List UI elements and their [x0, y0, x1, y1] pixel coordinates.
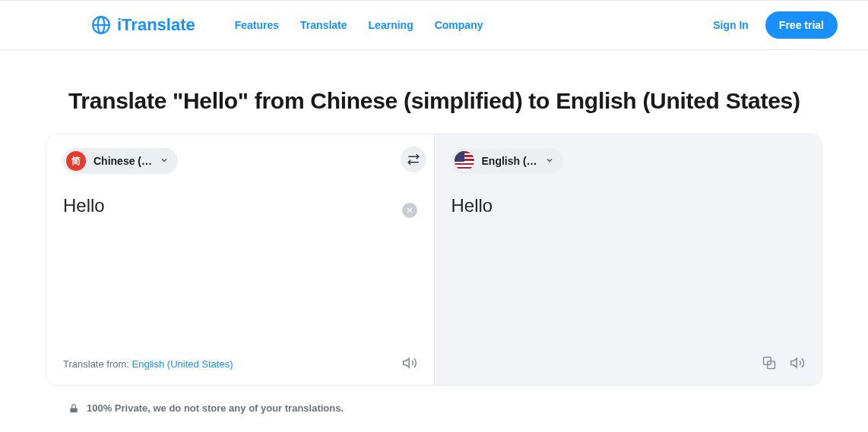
free-trial-button[interactable]: Free trial [765, 11, 838, 39]
privacy-notice: 100% Private, we do not store any of you… [68, 402, 822, 414]
target-flag-icon [455, 151, 474, 171]
target-footer [451, 355, 806, 373]
source-text-input[interactable]: Hello [63, 195, 417, 216]
primary-nav: Features Translate Learning Company [235, 19, 483, 31]
close-icon [406, 207, 413, 214]
source-footer: Translate from: English (United States) [63, 355, 417, 373]
nav-company[interactable]: Company [435, 19, 483, 31]
copy-translation-button[interactable] [762, 355, 776, 373]
chevron-down-icon [545, 154, 554, 168]
detected-language-link[interactable]: English (United States) [132, 358, 233, 370]
target-pane: English (… Hello [434, 134, 822, 385]
speaker-icon [790, 355, 805, 371]
svg-rect-11 [70, 408, 77, 412]
globe-icon [91, 15, 111, 35]
source-language-select[interactable]: 简 Chinese (… [63, 148, 178, 174]
source-speak-button[interactable] [402, 355, 417, 373]
page-title: Translate "Hello" from Chinese (simplifi… [68, 88, 822, 114]
nav-features[interactable]: Features [235, 19, 279, 31]
lock-icon [68, 403, 79, 414]
brand-logo[interactable]: iTranslate [91, 15, 195, 35]
swap-languages-button[interactable] [401, 147, 426, 172]
privacy-text: 100% Private, we do not store any of you… [87, 402, 344, 414]
target-language-label: English (… [482, 155, 537, 167]
translate-card: 简 Chinese (… Hello Translate from: Engli… [46, 134, 822, 386]
nav-left: iTranslate Features Translate Learning C… [91, 15, 483, 35]
swap-icon [407, 153, 420, 166]
sign-in-link[interactable]: Sign In [713, 19, 749, 31]
chevron-down-icon [160, 154, 169, 168]
target-speak-button[interactable] [790, 355, 805, 373]
copy-icon [762, 356, 776, 370]
detected-language-hint: Translate from: English (United States) [63, 358, 233, 370]
page-content: Translate "Hello" from Chinese (simplifi… [0, 50, 868, 429]
target-text-output: Hello [451, 195, 806, 216]
svg-marker-10 [791, 358, 797, 367]
source-pane: 简 Chinese (… Hello Translate from: Engli… [46, 134, 434, 385]
detect-prefix: Translate from: [63, 358, 132, 370]
nav-right: Sign In Free trial [713, 11, 838, 39]
brand-name: iTranslate [117, 15, 195, 35]
speaker-icon [402, 355, 417, 371]
source-language-label: Chinese (… [93, 155, 152, 167]
clear-input-button[interactable] [402, 203, 417, 218]
nav-learning[interactable]: Learning [369, 19, 413, 31]
top-navbar: iTranslate Features Translate Learning C… [0, 0, 868, 50]
target-language-select[interactable]: English (… [451, 148, 563, 174]
svg-marker-7 [403, 358, 409, 367]
nav-translate[interactable]: Translate [300, 19, 347, 31]
source-flag-icon: 简 [66, 151, 86, 171]
